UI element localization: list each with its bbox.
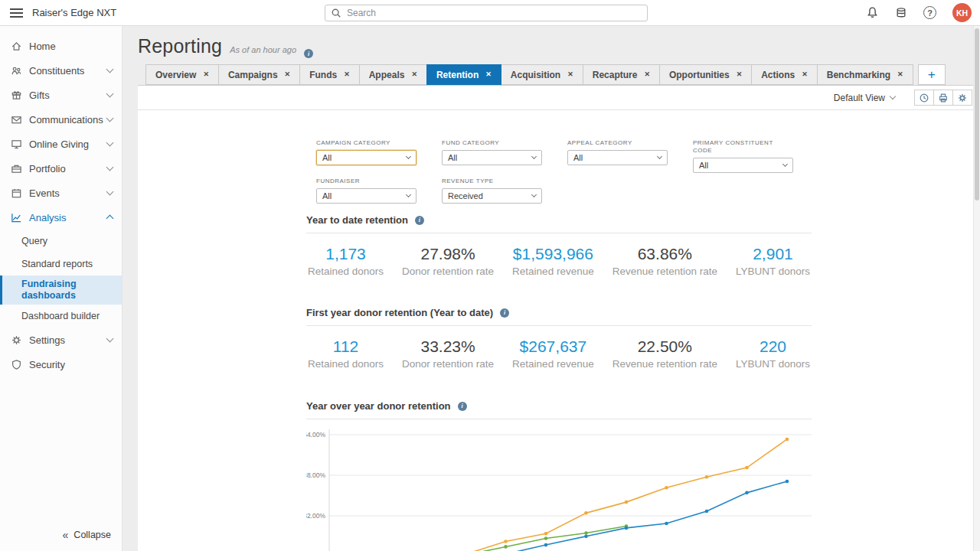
sidebar-subitem-fundraising-dashboards[interactable]: Fundraising dashboards	[0, 276, 122, 305]
stat-lybunt-donors: 220 LYBUNT donors	[736, 337, 810, 370]
sidebar-item-label: Portfolio	[29, 163, 66, 174]
tab-opportunities[interactable]: Opportunities ✕	[659, 64, 752, 85]
stat-value: $1,593,966	[512, 245, 594, 263]
stat-label: Retained donors	[308, 266, 384, 277]
search-icon	[331, 8, 341, 18]
sidebar-subitem-dashboard-builder[interactable]: Dashboard builder	[0, 305, 122, 328]
sidebar-item-gifts[interactable]: Gifts	[0, 83, 122, 107]
primary-constituent-code-select[interactable]: All	[693, 158, 793, 173]
chevron-down-icon	[531, 153, 537, 158]
sidebar-item-events[interactable]: Events	[0, 181, 122, 205]
schedule-clock-button[interactable]	[914, 90, 934, 106]
tab-acquisition[interactable]: Acquisition ✕	[501, 64, 583, 85]
stat-revenue-retention-rate: 22.50% Revenue retention rate	[612, 337, 717, 370]
topbar-actions: ? KH	[866, 3, 980, 22]
analysis-chart-icon	[10, 211, 22, 223]
close-icon[interactable]: ✕	[285, 71, 291, 78]
fund-category-select[interactable]: All	[442, 150, 542, 165]
tab-label: Retention	[436, 70, 479, 80]
notifications-bell-icon[interactable]	[866, 6, 879, 19]
close-icon[interactable]: ✕	[485, 71, 492, 78]
close-icon[interactable]: ✕	[737, 71, 743, 78]
sidebar-item-constituents[interactable]: Constituents	[0, 58, 122, 83]
close-icon[interactable]: ✕	[344, 71, 350, 78]
campaign-category-select[interactable]: All	[316, 150, 416, 165]
close-icon[interactable]: ✕	[644, 71, 650, 78]
stat-label: Revenue retention rate	[612, 358, 717, 370]
sidebar-subitem-standard-reports[interactable]: Standard reports	[0, 253, 122, 276]
stat-value: 220	[736, 337, 810, 356]
section-year-to-date-retention: Year to date retention i 1,173 Retained …	[306, 214, 812, 277]
tab-campaigns[interactable]: Campaigns ✕	[218, 64, 300, 85]
sidebar-item-security[interactable]: Security	[0, 352, 122, 377]
hamburger-menu-icon[interactable]	[10, 6, 23, 20]
filter-revenue-type: REVENUE TYPE Received	[442, 178, 542, 204]
select-value: All	[322, 191, 332, 201]
stat-value: 63.86%	[612, 245, 717, 263]
avatar[interactable]: KH	[952, 3, 972, 22]
home-icon	[10, 40, 22, 52]
sidebar-item-home[interactable]: Home	[0, 34, 122, 58]
sidebar-subitem-label: Standard reports	[21, 259, 93, 269]
close-icon[interactable]: ✕	[567, 71, 573, 78]
view-selector-label: Default View	[834, 93, 885, 103]
revenue-type-select[interactable]: Received	[442, 188, 542, 204]
close-icon[interactable]: ✕	[802, 71, 808, 78]
close-icon[interactable]: ✕	[897, 71, 903, 78]
sidebar-item-analysis[interactable]: Analysis	[0, 205, 122, 230]
gift-icon	[10, 89, 22, 101]
print-button[interactable]	[933, 90, 953, 106]
info-icon[interactable]: i	[415, 216, 424, 225]
tab-retention[interactable]: Retention ✕	[426, 64, 501, 85]
sidebar-collapse-button[interactable]: « Collapse	[0, 529, 122, 551]
view-selector-dropdown[interactable]: Default View	[834, 93, 895, 103]
chevron-down-icon	[106, 187, 114, 195]
fundraiser-select[interactable]: All	[316, 188, 416, 204]
scrollbar-thumb[interactable]	[975, 28, 979, 201]
select-value: All	[448, 153, 457, 162]
info-icon[interactable]: i	[458, 402, 467, 411]
tab-overview[interactable]: Overview ✕	[145, 64, 219, 85]
select-value: All	[322, 153, 332, 162]
tab-recapture[interactable]: Recapture ✕	[583, 64, 660, 85]
help-icon[interactable]: ?	[923, 6, 936, 19]
stat-donor-retention-rate: 33.23% Donor retention rate	[402, 337, 494, 370]
add-tab-button[interactable]: +	[918, 64, 946, 85]
svg-text:64.00%: 64.00%	[306, 431, 325, 439]
sidebar-item-settings[interactable]: Settings	[0, 328, 122, 352]
tab-label: Overview	[155, 70, 196, 80]
chevron-down-icon	[106, 334, 114, 342]
sidebar-item-communications[interactable]: Communications	[0, 107, 122, 132]
appeal-category-select[interactable]: All	[567, 150, 668, 165]
sidebar-item-label: Home	[29, 41, 56, 52]
close-icon[interactable]: ✕	[411, 71, 417, 78]
sidebar-item-label: Events	[29, 187, 60, 199]
info-icon[interactable]: i	[500, 308, 509, 318]
stat-value: 2,901	[736, 245, 810, 263]
stat-value: 27.98%	[402, 245, 494, 263]
section-title: First year donor retention (Year to date…	[306, 307, 493, 318]
panel-settings-button[interactable]	[952, 90, 972, 106]
sidebar-subitem-query[interactable]: Query	[0, 230, 122, 253]
stats-row: 112 Retained donors 33.23% Donor retenti…	[306, 337, 812, 370]
tab-appeals[interactable]: Appeals ✕	[359, 64, 427, 85]
vertical-scrollbar[interactable]	[973, 26, 980, 551]
tab-actions[interactable]: Actions ✕	[751, 64, 818, 85]
select-value: All	[699, 161, 708, 170]
filter-label: FUND CATEGORY	[442, 139, 542, 147]
sidebar-item-portfolio[interactable]: Portfolio	[0, 156, 122, 181]
info-icon[interactable]: i	[304, 49, 313, 58]
chevron-down-icon	[106, 163, 114, 171]
tab-benchmarking[interactable]: Benchmarking ✕	[817, 64, 913, 85]
clock-icon	[919, 93, 929, 103]
stat-retained-donors: 112 Retained donors	[308, 337, 384, 370]
close-icon[interactable]: ✕	[203, 71, 209, 78]
tab-funds[interactable]: Funds ✕	[299, 64, 360, 85]
chevron-down-icon	[106, 65, 114, 73]
sidebar-item-online-giving[interactable]: Online Giving	[0, 132, 122, 156]
database-icon[interactable]	[895, 7, 907, 19]
tab-label: Opportunities	[669, 70, 730, 80]
svg-text:32.00%: 32.00%	[306, 512, 325, 520]
search-input[interactable]	[325, 5, 648, 21]
divider	[306, 233, 812, 233]
